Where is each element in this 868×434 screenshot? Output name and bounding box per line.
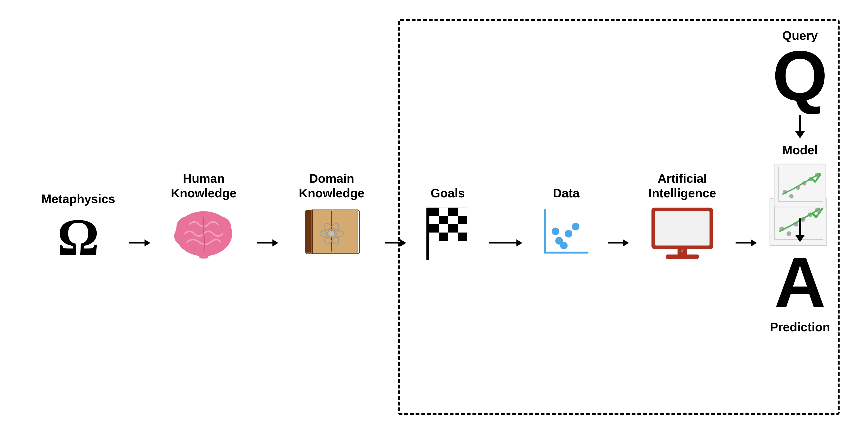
human-knowledge-node: HumanKnowledge — [152, 171, 256, 263]
svg-rect-16 — [312, 210, 313, 254]
omega-icon: Ω — [57, 211, 99, 263]
svg-rect-46 — [655, 211, 710, 245]
svg-rect-32 — [439, 232, 448, 241]
human-knowledge-label: HumanKnowledge — [171, 171, 237, 201]
svg-rect-28 — [439, 216, 448, 224]
metaphysics-node: Metaphysics Ω — [28, 192, 128, 263]
ai-label: ArtificialIntelligence — [648, 171, 716, 201]
monitor-icon — [649, 205, 715, 263]
svg-rect-26 — [429, 207, 439, 216]
svg-rect-14 — [312, 209, 357, 253]
query-q-letter: Q — [772, 40, 828, 111]
svg-marker-10 — [273, 239, 278, 246]
svg-marker-62 — [795, 131, 805, 138]
domain-knowledge-node: DomainKnowledge — [280, 171, 384, 263]
svg-point-4 — [174, 227, 195, 245]
svg-marker-73 — [795, 235, 805, 242]
svg-rect-27 — [448, 207, 458, 216]
svg-rect-48 — [666, 255, 699, 259]
svg-rect-29 — [458, 216, 467, 224]
brain-icon — [170, 205, 237, 263]
domain-knowledge-label: DomainKnowledge — [299, 171, 364, 201]
prediction-a-letter: A — [774, 246, 826, 318]
svg-rect-31 — [448, 224, 458, 232]
book-icon — [301, 205, 363, 263]
diagram: Metaphysics Ω HumanKnowledge — [0, 0, 868, 434]
ai-node: ArtificialIntelligence — [630, 171, 734, 263]
svg-point-40 — [552, 227, 559, 235]
right-column: Query Q Model — [770, 28, 830, 334]
svg-rect-33 — [458, 232, 467, 241]
model-label: Model — [782, 143, 818, 157]
model-small-icon — [772, 162, 829, 210]
svg-point-18 — [329, 231, 335, 236]
goals-node: Goals — [407, 186, 488, 263]
arrow-1 — [128, 237, 152, 249]
prediction-label: Prediction — [770, 320, 830, 334]
svg-point-49 — [681, 249, 683, 252]
svg-point-42 — [560, 242, 568, 249]
down-arrow-1 — [793, 115, 807, 139]
arrow-2 — [256, 237, 280, 249]
svg-marker-44 — [623, 239, 629, 246]
svg-point-67 — [789, 194, 794, 198]
svg-marker-23 — [400, 239, 406, 246]
data-label: Data — [553, 186, 580, 200]
svg-rect-8 — [199, 251, 209, 258]
svg-marker-1 — [145, 239, 150, 246]
data-node: Data — [526, 186, 607, 263]
svg-point-41 — [572, 223, 580, 230]
svg-rect-24 — [427, 207, 429, 260]
checkered-flag-icon — [422, 205, 474, 263]
svg-marker-51 — [751, 239, 757, 246]
down-arrow-2 — [793, 219, 807, 243]
svg-marker-35 — [517, 239, 522, 246]
metaphysics-label: Metaphysics — [41, 192, 115, 206]
arrow-4 — [488, 237, 526, 249]
svg-point-39 — [565, 230, 572, 237]
arrow-5 — [607, 237, 630, 249]
goals-label: Goals — [431, 186, 465, 200]
arrow-3 — [384, 237, 407, 249]
svg-rect-30 — [429, 224, 439, 232]
arrow-6 — [734, 237, 758, 249]
scatter-plot-icon — [538, 205, 595, 263]
